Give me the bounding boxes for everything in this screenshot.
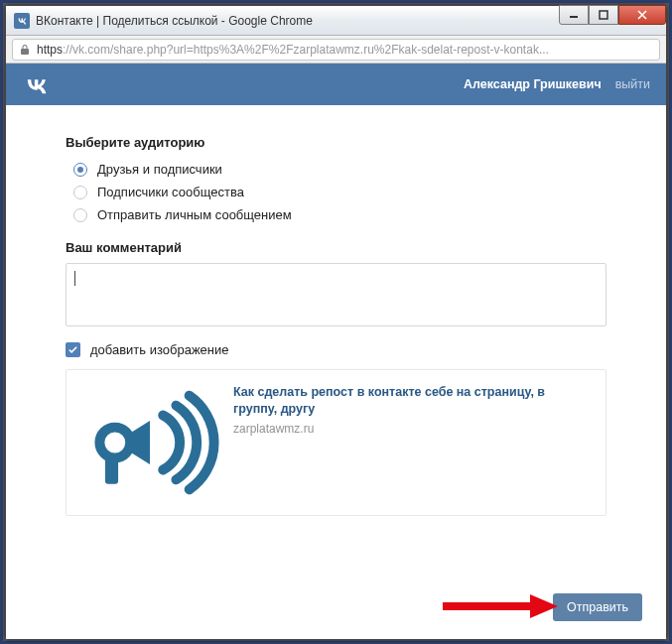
logout-link[interactable]: выйти: [615, 77, 650, 91]
radio-indicator-icon: [73, 186, 87, 199]
radio-community[interactable]: Подписчики сообщества: [73, 185, 606, 199]
form-actions: Отправить: [553, 593, 642, 621]
svg-rect-3: [105, 455, 118, 484]
lock-icon: [19, 44, 31, 56]
link-preview-card[interactable]: Как сделать репост в контакте себе на ст…: [66, 369, 606, 516]
radio-label: Отправить личным сообщением: [97, 207, 292, 222]
vk-header: Александр Гришкевич выйти: [6, 64, 666, 105]
preview-domain: zarplatawmz.ru: [233, 422, 592, 436]
close-button[interactable]: [618, 5, 666, 25]
radio-friends[interactable]: Друзья и подписчики: [73, 162, 606, 177]
window-titlebar: ВКонтакте | Поделиться ссылкой - Google …: [6, 6, 666, 36]
vk-logo-icon: [22, 74, 50, 94]
url-field[interactable]: https://vk.com/share.php?url=https%3A%2F…: [12, 39, 660, 61]
svg-rect-0: [570, 16, 578, 18]
checkbox-checked-icon: [66, 342, 80, 357]
svg-rect-1: [600, 11, 607, 19]
url-path: ://vk.com/share.php?url=https%3A%2F%2Fza…: [63, 43, 549, 57]
url-scheme: https: [37, 43, 63, 57]
submit-button[interactable]: Отправить: [553, 593, 642, 621]
audience-title: Выберите аудиторию: [66, 135, 606, 150]
page-content: Александр Гришкевич выйти Выберите аудит…: [6, 64, 666, 639]
share-form: Выберите аудиторию Друзья и подписчики П…: [6, 105, 666, 546]
megaphone-icon: [80, 388, 219, 497]
preview-title: Как сделать репост в контакте себе на ст…: [233, 384, 592, 418]
maximize-button[interactable]: [589, 5, 618, 25]
radio-label: Друзья и подписчики: [97, 162, 222, 177]
text-cursor-icon: [74, 271, 75, 286]
window-controls: [559, 6, 666, 28]
radio-private-message[interactable]: Отправить личным сообщением: [73, 207, 606, 222]
preview-text: Как сделать репост в контакте себе на ст…: [233, 384, 592, 501]
radio-indicator-icon: [73, 208, 87, 222]
annotation-arrow-icon: [441, 591, 560, 621]
username-label: Александр Гришкевич: [464, 77, 602, 91]
favicon-icon: [14, 13, 30, 29]
preview-thumbnail: [80, 384, 219, 501]
add-image-checkbox-row[interactable]: добавить изображение: [66, 342, 606, 357]
radio-label: Подписчики сообщества: [97, 185, 244, 199]
comment-input[interactable]: [66, 263, 606, 326]
chrome-popup-window: ВКонтакте | Поделиться ссылкой - Google …: [5, 5, 667, 640]
svg-point-2: [99, 428, 130, 458]
comment-title: Ваш комментарий: [66, 240, 606, 255]
add-image-label: добавить изображение: [90, 342, 229, 357]
url-bar: https://vk.com/share.php?url=https%3A%2F…: [6, 36, 666, 64]
minimize-button[interactable]: [559, 5, 589, 25]
radio-indicator-icon: [73, 163, 87, 177]
